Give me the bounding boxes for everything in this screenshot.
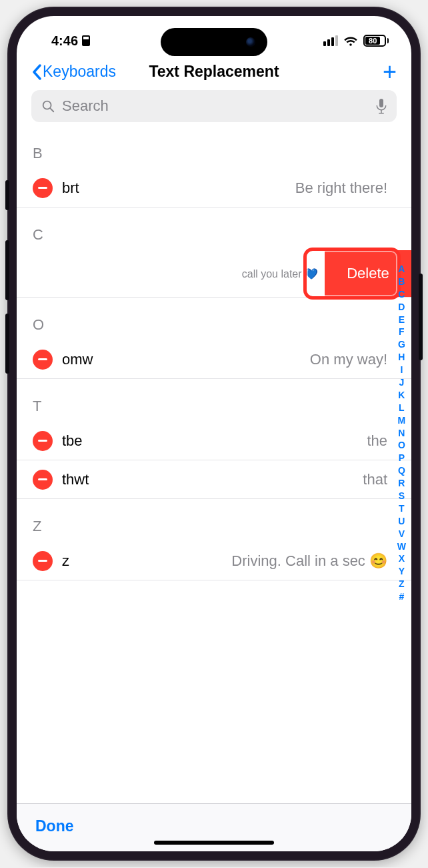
- cellular-icon: [323, 35, 338, 46]
- section-header-O: O: [17, 298, 411, 340]
- index-letter[interactable]: D: [398, 301, 405, 314]
- index-letter[interactable]: P: [399, 452, 405, 464]
- phrase-text: On my way!: [93, 351, 395, 368]
- svg-rect-2: [379, 99, 383, 107]
- shortcut-text: tbe: [62, 432, 83, 450]
- svg-point-0: [43, 101, 51, 109]
- list-item[interactable]: brt Be right there!: [17, 169, 411, 207]
- done-button[interactable]: Done: [35, 817, 74, 835]
- list-item[interactable]: z Driving. Call in a sec 😊: [17, 542, 411, 580]
- index-letter[interactable]: A: [398, 263, 405, 276]
- navigation-bar: Keyboards Text Replacement +: [17, 56, 411, 86]
- delete-minus-icon[interactable]: [33, 470, 53, 490]
- index-letter[interactable]: Y: [399, 565, 405, 578]
- index-letter[interactable]: S: [399, 490, 405, 502]
- back-button[interactable]: Keyboards: [31, 63, 116, 81]
- list-content[interactable]: B brt Be right there! C call you later 💙…: [17, 126, 411, 803]
- index-letter[interactable]: O: [398, 439, 405, 452]
- phrase-text: Driving. Call in a sec 😊: [69, 552, 395, 570]
- index-letter[interactable]: V: [399, 528, 405, 540]
- list-item[interactable]: tbe the: [17, 422, 411, 460]
- mic-icon[interactable]: [375, 98, 387, 114]
- shortcut-text: thwt: [62, 471, 89, 488]
- phrase-text: that: [89, 471, 395, 488]
- search-icon: [41, 99, 55, 113]
- section-header-C: C: [17, 207, 411, 250]
- index-letter[interactable]: C: [398, 288, 405, 301]
- index-letter[interactable]: #: [399, 590, 404, 603]
- index-letter[interactable]: X: [399, 552, 405, 565]
- section-header-Z: Z: [17, 499, 411, 542]
- delete-minus-icon[interactable]: [33, 350, 53, 370]
- section-header-B: B: [17, 126, 411, 169]
- svg-line-1: [51, 109, 54, 112]
- phrase-text: the: [83, 432, 395, 450]
- index-letter[interactable]: N: [398, 427, 405, 440]
- battery-icon: 80: [363, 35, 389, 47]
- section-header-T: T: [17, 379, 411, 422]
- index-letter[interactable]: U: [398, 515, 405, 528]
- index-letter[interactable]: W: [397, 540, 406, 553]
- list-item[interactable]: omw On my way!: [17, 340, 411, 379]
- sim-icon: [82, 35, 90, 46]
- delete-minus-icon[interactable]: [33, 551, 53, 571]
- index-letter[interactable]: E: [399, 314, 405, 326]
- shortcut-text: z: [62, 552, 69, 570]
- index-letter[interactable]: I: [400, 364, 403, 376]
- list-item[interactable]: call you later 💙 Delete: [17, 250, 411, 298]
- index-letter[interactable]: K: [398, 389, 405, 402]
- phrase-text: Be right there!: [79, 179, 395, 197]
- shortcut-text: brt: [62, 179, 79, 197]
- status-time: 4:46: [51, 33, 78, 49]
- list-item[interactable]: thwt that: [17, 460, 411, 499]
- search-field[interactable]: [31, 90, 397, 122]
- index-letter[interactable]: T: [399, 502, 405, 515]
- add-button[interactable]: +: [383, 65, 397, 79]
- wifi-icon: [343, 35, 358, 46]
- phrase-text: call you later 💙: [33, 268, 325, 280]
- section-index[interactable]: A B C D E F G H I J K L M N O P Q R S T …: [397, 263, 406, 603]
- delete-minus-icon[interactable]: [33, 178, 53, 198]
- index-letter[interactable]: Q: [398, 464, 405, 477]
- search-input[interactable]: [62, 97, 369, 115]
- index-letter[interactable]: L: [399, 402, 405, 414]
- index-letter[interactable]: H: [398, 351, 405, 364]
- index-letter[interactable]: B: [398, 276, 405, 288]
- index-letter[interactable]: R: [398, 477, 405, 490]
- home-indicator[interactable]: [154, 841, 274, 845]
- back-label: Keyboards: [43, 63, 116, 81]
- index-letter[interactable]: M: [398, 414, 406, 427]
- index-letter[interactable]: Z: [399, 578, 405, 590]
- index-letter[interactable]: F: [399, 326, 405, 338]
- index-letter[interactable]: J: [399, 376, 404, 389]
- dynamic-island: [161, 28, 267, 56]
- delete-minus-icon[interactable]: [33, 431, 53, 451]
- shortcut-text: omw: [62, 351, 93, 368]
- index-letter[interactable]: G: [398, 338, 405, 351]
